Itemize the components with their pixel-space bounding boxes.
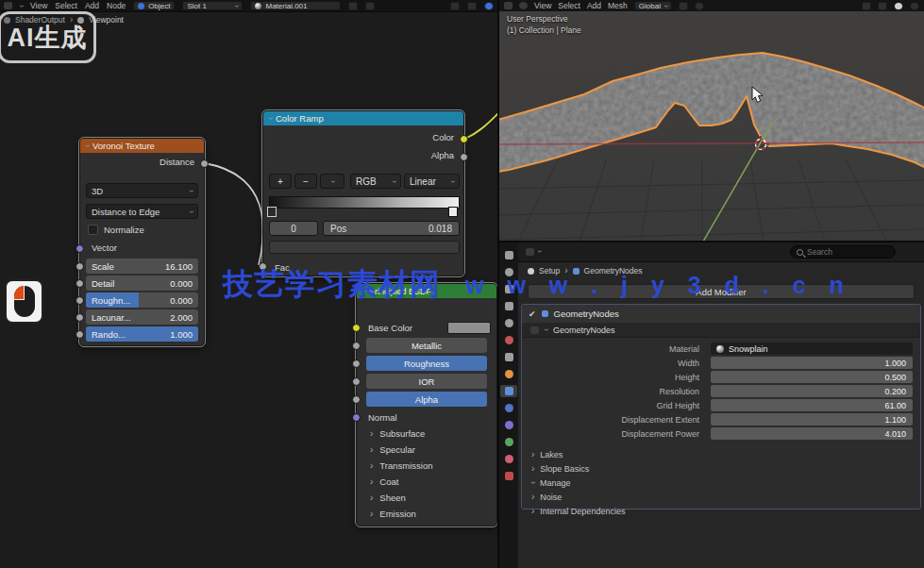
section-noise[interactable]: ›Noise bbox=[531, 490, 911, 504]
vp-menu-add[interactable]: Add bbox=[587, 1, 601, 10]
section-coat[interactable]: ›Coat bbox=[370, 476, 398, 487]
lacunarity-input-socket[interactable] bbox=[76, 313, 84, 322]
dimensions-dropdown[interactable]: 3D› bbox=[86, 183, 198, 198]
resolution-slider[interactable]: 0.200 bbox=[711, 385, 913, 397]
remove-stop-button[interactable]: − bbox=[294, 174, 317, 189]
tab-object-data[interactable] bbox=[500, 436, 517, 448]
metallic-socket[interactable] bbox=[352, 342, 361, 350]
color-mode-dropdown[interactable]: RGB› bbox=[350, 174, 401, 189]
node-group-selector[interactable]: › GeometryNodes bbox=[522, 323, 920, 338]
tab-particles[interactable] bbox=[500, 402, 517, 414]
tab-object[interactable] bbox=[500, 368, 517, 380]
vp-menu-mesh[interactable]: Mesh bbox=[608, 1, 628, 10]
editor-divider-horizontal[interactable] bbox=[499, 241, 924, 242]
tab-collection[interactable] bbox=[500, 351, 517, 363]
collapse-chevron-icon[interactable]: › bbox=[266, 117, 275, 120]
position-slider[interactable]: Pos0.018 bbox=[323, 221, 460, 236]
tab-world[interactable] bbox=[500, 334, 517, 346]
collapse-chevron-icon[interactable]: › bbox=[360, 290, 368, 292]
show-overlays-toggle[interactable] bbox=[862, 2, 871, 10]
ior-slider[interactable]: IOR bbox=[366, 374, 487, 389]
modifier-enable-checkbox[interactable]: ✔ bbox=[529, 309, 536, 319]
voronoi-texture-node[interactable]: › Voronoi Texture Distance 3D› Distance … bbox=[79, 138, 205, 346]
metallic-slider[interactable]: Metallic bbox=[366, 338, 487, 353]
vp-menu-view[interactable]: View bbox=[534, 1, 551, 10]
displacement-power-slider[interactable]: 4.010 bbox=[711, 427, 913, 440]
shading-rendered-toggle[interactable] bbox=[910, 2, 919, 10]
distance-output-socket[interactable] bbox=[200, 159, 209, 168]
orientation-dropdown[interactable]: Global› bbox=[634, 1, 672, 10]
section-specular[interactable]: ›Specular bbox=[370, 444, 415, 455]
interpolation-dropdown[interactable]: Linear› bbox=[404, 174, 460, 189]
stop-color-swatch[interactable] bbox=[269, 241, 460, 254]
search-box[interactable] bbox=[790, 245, 896, 259]
section-sheen[interactable]: ›Sheen bbox=[370, 493, 406, 503]
color-ramp-node-header[interactable]: › Color Ramp bbox=[263, 111, 463, 125]
tab-scene[interactable] bbox=[500, 317, 517, 329]
modifier-name[interactable]: GeometryNodes bbox=[554, 309, 619, 319]
section-emission[interactable]: ›Emission bbox=[370, 509, 416, 519]
base-color-socket[interactable] bbox=[352, 324, 361, 332]
section-internal-dependencies[interactable]: ›Internal Dependencies bbox=[531, 504, 911, 518]
displacement-extent-slider[interactable]: 1.100 bbox=[711, 413, 913, 426]
add-stop-button[interactable]: + bbox=[269, 174, 292, 189]
fac-input-socket[interactable] bbox=[259, 262, 267, 271]
section-slope-basics[interactable]: ›Slope Basics bbox=[531, 461, 911, 476]
tab-modifiers[interactable] bbox=[500, 385, 517, 397]
snap-magnet-toggle[interactable] bbox=[679, 2, 688, 10]
xray-toggle[interactable] bbox=[878, 2, 887, 10]
tab-material[interactable] bbox=[500, 453, 517, 465]
roughness-slider[interactable]: Roughness bbox=[366, 356, 487, 371]
vector-input-socket[interactable] bbox=[76, 244, 84, 253]
vp-menu-select[interactable]: Select bbox=[558, 1, 580, 10]
alpha-socket[interactable] bbox=[352, 395, 361, 404]
modifier-panel-header[interactable]: ✔ GeometryNodes bbox=[522, 305, 920, 323]
search-input[interactable] bbox=[807, 247, 882, 257]
grid-height-slider[interactable]: 61.00 bbox=[711, 399, 913, 411]
base-color-swatch[interactable] bbox=[447, 322, 491, 334]
scale-input-socket[interactable] bbox=[76, 262, 84, 271]
lacunarity-slider[interactable]: Lacunar...2.000 bbox=[86, 309, 198, 325]
section-lakes[interactable]: ›Lakes bbox=[531, 447, 911, 461]
color-output-socket[interactable] bbox=[460, 135, 468, 143]
ramp-handle-right[interactable] bbox=[448, 207, 458, 217]
terrain-mesh[interactable] bbox=[499, 53, 924, 172]
section-subsurface[interactable]: ›Subsurface bbox=[370, 428, 425, 439]
roughness-socket[interactable] bbox=[352, 359, 361, 368]
stop-index-field[interactable]: 0 bbox=[269, 221, 318, 236]
normalize-checkbox[interactable] bbox=[88, 225, 98, 235]
mode-icon[interactable] bbox=[519, 2, 528, 9]
randomness-input-socket[interactable] bbox=[76, 330, 84, 339]
material-select[interactable]: Snowplain bbox=[711, 342, 913, 355]
tab-output[interactable] bbox=[500, 283, 517, 295]
height-slider[interactable]: 0.500 bbox=[711, 371, 913, 383]
randomness-slider[interactable]: Rando...1.000 bbox=[86, 326, 198, 342]
ior-socket[interactable] bbox=[352, 377, 361, 386]
scale-slider[interactable]: Scale16.100 bbox=[86, 259, 198, 274]
detail-input-socket[interactable] bbox=[76, 279, 84, 288]
roughness-input-socket[interactable] bbox=[76, 296, 84, 305]
tab-tool[interactable] bbox=[500, 249, 517, 261]
color-ramp-node[interactable]: › Color Ramp Color Alpha + − › RGB› Line… bbox=[262, 110, 464, 276]
detail-slider[interactable]: Detail0.000 bbox=[86, 276, 198, 291]
section-manage[interactable]: ›Manage bbox=[531, 476, 911, 490]
properties-editor-icon[interactable] bbox=[526, 248, 534, 256]
ramp-handle-left[interactable] bbox=[267, 207, 277, 217]
tab-texture[interactable] bbox=[500, 470, 517, 482]
feature-dropdown[interactable]: Distance to Edge› bbox=[86, 204, 198, 219]
alpha-slider[interactable]: Alpha bbox=[366, 392, 487, 407]
tab-physics[interactable] bbox=[500, 419, 517, 431]
tab-render[interactable] bbox=[500, 266, 517, 278]
add-modifier-button[interactable]: Add Modifier bbox=[528, 284, 915, 299]
width-slider[interactable]: 1.000 bbox=[711, 357, 913, 369]
principled-node-header[interactable]: › Principled BSDF bbox=[357, 284, 496, 298]
breadcrumb-object[interactable]: Setup bbox=[539, 266, 560, 276]
section-transmission[interactable]: ›Transmission bbox=[370, 460, 432, 471]
proportional-edit-toggle[interactable] bbox=[695, 2, 704, 10]
ramp-options-dropdown[interactable]: › bbox=[320, 174, 344, 189]
normal-socket[interactable] bbox=[352, 413, 361, 422]
voronoi-node-header[interactable]: › Voronoi Texture bbox=[80, 139, 204, 153]
principled-bsdf-node[interactable]: › Principled BSDF Base Color Metallic Ro… bbox=[356, 283, 497, 526]
breadcrumb-modifier[interactable]: GeometryNodes bbox=[584, 266, 643, 276]
editor-divider-vertical[interactable] bbox=[497, 0, 499, 568]
